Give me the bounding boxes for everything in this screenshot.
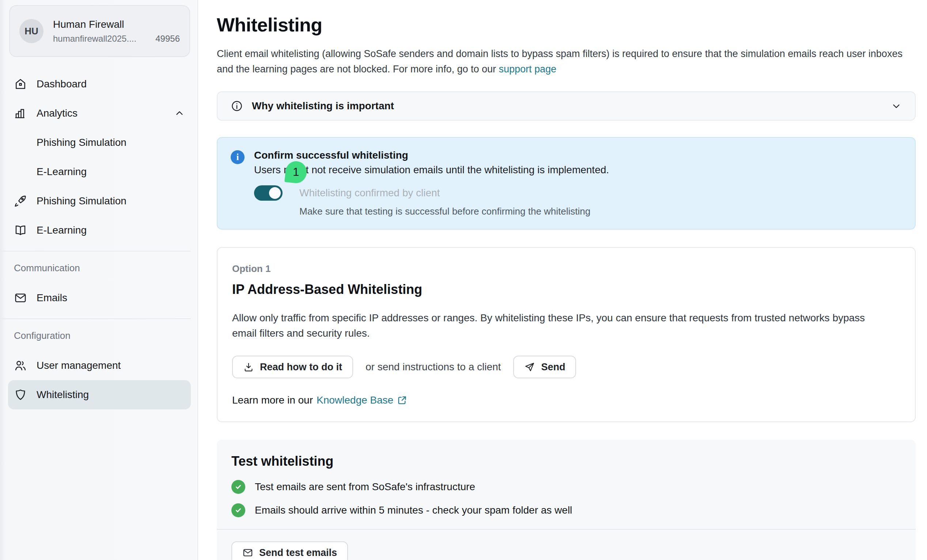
sidebar-item-label: Emails	[36, 292, 67, 304]
sidebar-item-label: User management	[36, 360, 121, 371]
sidebar-item-dashboard[interactable]: Dashboard	[0, 70, 191, 99]
read-how-to-do-it-button[interactable]: Read how to do it	[232, 356, 353, 378]
sidebar-item-analytics-phishing-simulation[interactable]: Phishing Simulation	[0, 128, 191, 157]
external-link-icon	[397, 395, 407, 405]
or-send-instructions-text: or send instructions to a client	[366, 361, 501, 373]
tour-step-number: 1	[293, 165, 299, 179]
option1-title: IP Address-Based Whitelisting	[232, 282, 900, 297]
sidebar-divider	[0, 251, 191, 252]
sidebar-item-whitelisting[interactable]: Whitelisting	[8, 380, 191, 410]
sidebar-item-analytics[interactable]: Analytics	[0, 99, 191, 128]
sidebar-item-phishing-simulation[interactable]: Phishing Simulation	[0, 187, 191, 216]
sidebar-item-label: Phishing Simulation	[36, 137, 126, 149]
mail-icon	[14, 291, 27, 305]
option1-card: Option 1 IP Address-Based Whitelisting A…	[217, 247, 916, 422]
sidebar-item-user-management[interactable]: User management	[0, 351, 191, 380]
intro-text: Client email whitelisting (allowing SoSa…	[217, 48, 903, 74]
banner-body: Users might not receive simulation email…	[254, 164, 609, 176]
account-name: Human Firewall	[53, 19, 180, 30]
mail-icon	[242, 547, 253, 558]
toggle-knob	[269, 187, 281, 199]
learn-more-line: Learn more in our Knowledge Base	[232, 395, 900, 406]
send-test-emails-label: Send test emails	[259, 547, 337, 558]
accordion-title: Why whitelisting is important	[252, 100, 394, 112]
test-check-item: Test emails are sent from SoSafe's infra…	[231, 480, 901, 494]
sidebar-item-label: E-Learning	[36, 225, 87, 236]
read-button-label: Read how to do it	[260, 361, 342, 373]
page-title: Whitelisting	[217, 14, 916, 36]
option1-body: Allow only traffic from specific IP addr…	[232, 310, 890, 341]
avatar: HU	[19, 19, 44, 43]
send-test-emails-button[interactable]: Send test emails	[231, 541, 348, 560]
account-org: humanfirewall2025....	[53, 33, 136, 44]
sidebar-item-label: E-Learning	[36, 166, 87, 178]
sidebar-item-label: Whitelisting	[36, 389, 89, 401]
sidebar-section-communication: Communication	[0, 257, 191, 283]
banner-title: Confirm successful whitelisting	[254, 150, 609, 161]
download-icon	[243, 361, 254, 372]
account-info: Human Firewall humanfirewall2025.... 499…	[53, 19, 180, 44]
test-check-text: Emails should arrive within 5 minutes - …	[255, 504, 572, 516]
shield-icon	[14, 388, 27, 401]
banner-content: Confirm successful whitelisting Users mi…	[254, 150, 609, 217]
support-page-link[interactable]: support page	[498, 64, 556, 74]
sidebar-item-label: Dashboard	[36, 78, 87, 90]
toggle-row: 1 Whitelisting confirmed by client	[254, 185, 609, 201]
confirm-whitelisting-banner: i Confirm successful whitelisting Users …	[217, 137, 916, 229]
check-circle-icon	[231, 480, 245, 494]
account-org-id: 49956	[155, 33, 180, 44]
toggle-helper-text: Make sure that testing is successful bef…	[299, 206, 609, 217]
sidebar-item-analytics-elearning[interactable]: E-Learning	[0, 157, 191, 187]
toggle-label: Whitelisting confirmed by client	[299, 187, 440, 199]
sidebar-section-configuration: Configuration	[0, 325, 191, 351]
chevron-down-icon	[891, 100, 902, 111]
rocket-icon	[14, 194, 27, 208]
learn-more-prefix: Learn more in our	[232, 395, 313, 406]
option1-kicker: Option 1	[232, 263, 900, 275]
check-circle-icon	[231, 503, 245, 517]
info-filled-icon: i	[231, 150, 245, 164]
main-content: Whitelisting Client email whitelisting (…	[198, 0, 927, 560]
users-icon	[14, 359, 27, 372]
sidebar-item-label: Phishing Simulation	[36, 195, 126, 207]
test-check-text: Test emails are sent from SoSafe's infra…	[255, 481, 475, 493]
app-window: HU Human Firewall humanfirewall2025.... …	[0, 0, 927, 560]
chevron-up-icon	[174, 108, 185, 119]
send-button-label: Send	[541, 361, 565, 373]
info-icon	[231, 100, 243, 112]
bar-chart-icon	[14, 107, 27, 120]
why-whitelisting-accordion[interactable]: Why whitelisting is important	[217, 91, 916, 121]
send-button[interactable]: Send	[513, 356, 576, 378]
page-intro: Client email whitelisting (allowing SoSa…	[217, 46, 916, 77]
test-check-item: Emails should arrive within 5 minutes - …	[231, 503, 901, 517]
sidebar: HU Human Firewall humanfirewall2025.... …	[0, 0, 198, 560]
whitelisting-confirmed-toggle[interactable]	[254, 185, 283, 201]
tour-step-badge: 1	[284, 160, 308, 184]
sidebar-item-label: Analytics	[36, 108, 164, 119]
sidebar-item-emails[interactable]: Emails	[0, 283, 191, 313]
knowledge-base-link[interactable]: Knowledge Base	[316, 395, 393, 406]
test-card-divider	[217, 529, 916, 530]
home-icon	[14, 77, 27, 91]
sidebar-nav: Dashboard Analytics Phishing Simulation …	[0, 70, 198, 410]
send-icon	[524, 361, 535, 372]
sidebar-item-elearning[interactable]: E-Learning	[0, 216, 191, 245]
test-whitelisting-card: Test whitelisting Test emails are sent f…	[217, 440, 916, 560]
test-title: Test whitelisting	[231, 454, 901, 469]
option1-actions: Read how to do it or send instructions t…	[232, 356, 900, 378]
account-switcher[interactable]: HU Human Firewall humanfirewall2025.... …	[9, 5, 190, 57]
book-icon	[14, 224, 27, 237]
sidebar-divider	[0, 319, 191, 319]
